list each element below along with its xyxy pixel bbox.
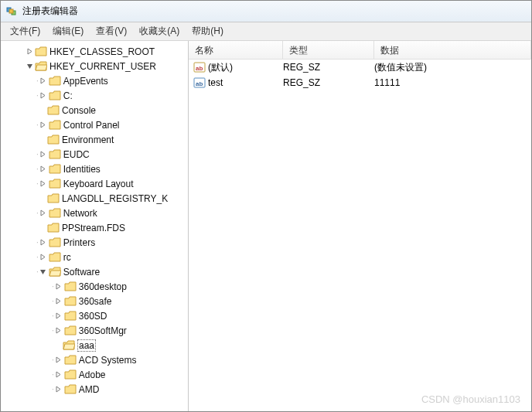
chevron-right-icon[interactable] <box>53 325 64 336</box>
folder-open-icon <box>63 339 75 352</box>
chevron-right-icon[interactable] <box>38 208 49 219</box>
folder-icon <box>49 178 61 190</box>
tree-label: Adobe <box>79 369 106 380</box>
tree-label: 360SD <box>79 311 107 322</box>
tree-label: Printers <box>63 237 95 248</box>
column-header-type[interactable]: 类型 <box>283 41 374 59</box>
chevron-right-icon[interactable] <box>38 120 49 131</box>
tree-label: Network <box>63 208 97 219</box>
folder-icon <box>64 383 77 396</box>
folder-icon <box>49 75 61 87</box>
tree-label: Console <box>62 105 96 116</box>
value-row[interactable]: ab (默认) REG_SZ (数值未设置) <box>189 60 531 75</box>
value-row[interactable]: ab test REG_SZ 11111 <box>189 75 531 90</box>
tree-pane[interactable]: HKEY_CLASSES_ROOT HKEY_CURRENT_USER · Ap… <box>1 41 189 411</box>
value-data: 11111 <box>374 77 530 88</box>
tree-item-console[interactable]: Console <box>1 103 188 117</box>
tree-item-amd[interactable]: · AMD <box>1 382 188 397</box>
tree-item-identities[interactable]: · Identities <box>1 162 188 176</box>
chevron-right-icon[interactable] <box>38 90 49 101</box>
menu-help[interactable]: 帮助(H) <box>186 23 230 39</box>
chevron-right-icon[interactable] <box>38 179 49 189</box>
tree-item-hkcu[interactable]: HKEY_CURRENT_USER <box>1 59 188 73</box>
chevron-right-icon[interactable] <box>38 149 49 160</box>
tree-item-rc[interactable]: · rc <box>1 250 188 264</box>
folder-icon <box>64 325 77 337</box>
folder-icon <box>64 354 77 366</box>
column-header-name[interactable]: 名称 <box>189 41 283 59</box>
tree-label: Environment <box>62 134 114 145</box>
tree-label: 360SoftMgr <box>79 325 127 336</box>
tree-item-acd[interactable]: · ACD Systems <box>1 352 188 367</box>
folder-open-icon <box>49 266 61 278</box>
folder-icon <box>49 207 61 220</box>
chevron-right-icon[interactable] <box>53 369 64 380</box>
folder-icon <box>49 237 61 249</box>
tree-label: C: <box>63 90 73 101</box>
menu-favorites[interactable]: 收藏夹(A) <box>133 23 186 39</box>
tree-label: 360desktop <box>79 281 127 292</box>
tree-label: Keyboard Layout <box>63 179 134 189</box>
folder-icon <box>47 104 60 117</box>
value-name: (默认) <box>208 61 283 74</box>
tree-label: AppEvents <box>63 76 108 87</box>
tree-label: Identities <box>63 164 101 175</box>
chevron-right-icon[interactable] <box>53 311 64 322</box>
tree-item-environment[interactable]: Environment <box>1 132 188 147</box>
string-value-icon: ab <box>193 61 206 73</box>
tree-item-360safe[interactable]: · 360safe <box>1 294 188 308</box>
tree-label: Software <box>63 267 100 278</box>
window-titlebar: 注册表编辑器 <box>1 1 531 22</box>
folder-icon <box>35 46 47 58</box>
tree-label: HKEY_CLASSES_ROOT <box>49 46 155 57</box>
chevron-right-icon[interactable] <box>53 296 64 307</box>
chevron-right-icon[interactable] <box>38 76 49 87</box>
tree-item-appevents[interactable]: · AppEvents <box>1 73 188 88</box>
chevron-right-icon[interactable] <box>53 384 64 395</box>
tree-label: ACD Systems <box>79 355 137 366</box>
tree-item-software[interactable]: · Software <box>1 264 188 279</box>
chevron-right-icon[interactable] <box>38 237 49 248</box>
tree-item-network[interactable]: · Network <box>1 206 188 220</box>
values-pane[interactable]: 名称 类型 数据 ab (默认) REG_SZ (数值未设置) ab test … <box>189 41 531 411</box>
folder-icon <box>49 163 61 175</box>
value-type: REG_SZ <box>283 77 374 88</box>
tree-item-hkcr[interactable]: HKEY_CLASSES_ROOT <box>1 44 188 59</box>
chevron-right-icon[interactable] <box>53 355 64 366</box>
menubar: 文件(F) 编辑(E) 查看(V) 收藏夹(A) 帮助(H) <box>1 22 531 41</box>
tree-item-360sd[interactable]: · 360SD <box>1 308 188 323</box>
tree-item-aaa[interactable]: aaa <box>1 338 188 352</box>
tree-label: rc <box>63 252 71 263</box>
svg-rect-2 <box>9 9 13 13</box>
tree-label: LANGDLL_REGISTRY_K <box>62 193 168 204</box>
chevron-right-icon[interactable] <box>38 164 49 175</box>
menu-view[interactable]: 查看(V) <box>90 23 133 39</box>
tree-item-adobe[interactable]: · Adobe <box>1 367 188 382</box>
string-value-icon: ab <box>193 77 206 89</box>
menu-edit[interactable]: 编辑(E) <box>46 23 90 39</box>
folder-icon <box>64 295 77 308</box>
window-title: 注册表编辑器 <box>22 5 78 18</box>
chevron-right-icon[interactable] <box>38 252 49 263</box>
tree-item-controlpanel[interactable]: · Control Panel <box>1 117 188 132</box>
value-data: (数值未设置) <box>374 61 530 74</box>
chevron-down-icon[interactable] <box>38 267 49 278</box>
column-header-data[interactable]: 数据 <box>374 41 531 59</box>
tree-item-keyboard[interactable]: · Keyboard Layout <box>1 176 188 191</box>
tree-label: AMD <box>79 384 100 395</box>
tree-item-printers[interactable]: · Printers <box>1 235 188 250</box>
chevron-down-icon[interactable] <box>24 61 35 72</box>
menu-file[interactable]: 文件(F) <box>4 23 46 39</box>
tree-label: PPStream.FDS <box>62 223 125 233</box>
tree-item-360desktop[interactable]: · 360desktop <box>1 279 188 294</box>
tree-item-eudc[interactable]: · EUDC <box>1 147 188 162</box>
tree-label-selected: aaa <box>77 339 96 352</box>
tree-item-360softmgr[interactable]: · 360SoftMgr <box>1 323 188 338</box>
tree-item-c[interactable]: · C: <box>1 88 188 103</box>
chevron-right-icon[interactable] <box>24 46 35 57</box>
chevron-right-icon[interactable] <box>53 281 64 292</box>
folder-icon <box>49 251 61 264</box>
tree-item-langdll[interactable]: LANGDLL_REGISTRY_K <box>1 191 188 206</box>
value-type: REG_SZ <box>283 62 374 73</box>
tree-item-ppstream[interactable]: PPStream.FDS <box>1 220 188 235</box>
